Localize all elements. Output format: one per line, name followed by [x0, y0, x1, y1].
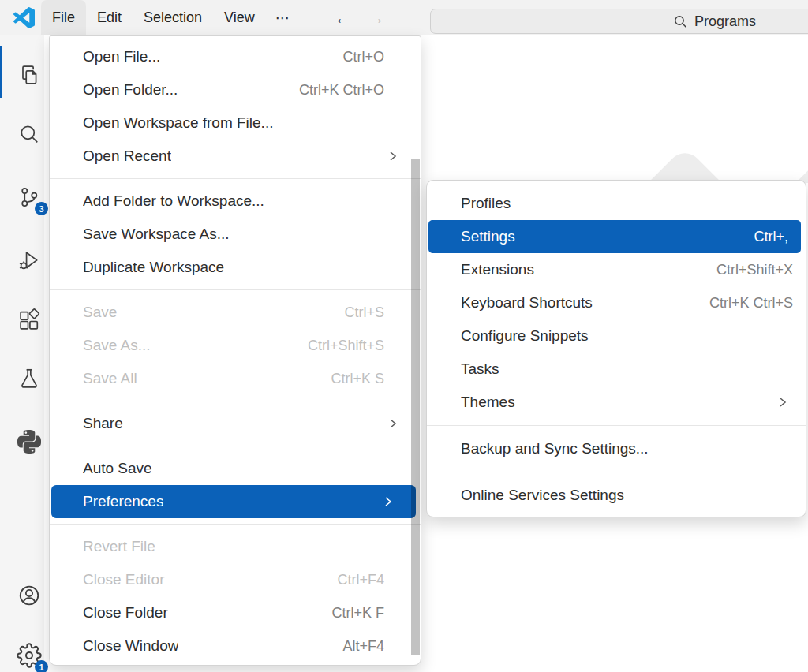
menu-separator	[427, 425, 806, 426]
menu-item-configure-snippets[interactable]: Configure Snippets	[427, 319, 806, 353]
activity-bar: 3	[0, 35, 44, 672]
navigate-back-icon[interactable]: ←	[327, 0, 360, 35]
menu-item-label: Save As...	[83, 337, 151, 354]
menu-item-label: Save Workspace As...	[83, 226, 230, 243]
menu-scrollbar[interactable]	[411, 159, 420, 655]
menu-item-label: Preferences	[83, 493, 163, 510]
menu-item-open-recent[interactable]: Open Recent	[50, 140, 421, 173]
activity-item-python[interactable]	[15, 427, 43, 456]
menu-item-label: Close Editor	[83, 571, 165, 588]
menu-separator	[427, 472, 806, 472]
chevron-right-icon	[777, 396, 788, 409]
menu-item-shortcut: Ctrl+Shift+S	[308, 338, 384, 354]
vscode-logo-icon	[13, 7, 35, 28]
menu-item-label: Open Folder...	[83, 81, 178, 99]
menu-file[interactable]: File	[41, 0, 86, 35]
search-text: Programs	[694, 13, 756, 30]
menu-edit[interactable]: Edit	[86, 0, 133, 35]
menu-item-shortcut: Ctrl+K Ctrl+O	[299, 82, 384, 99]
chevron-right-icon	[383, 495, 394, 508]
menu-item-label: Duplicate Workspace	[83, 259, 224, 276]
menu-item-shortcut: Ctrl+,	[754, 229, 788, 245]
menu-item-revert-file: Revert File	[50, 530, 421, 563]
menu-item-label: Open Recent	[83, 147, 171, 165]
activity-item-settings[interactable]: 1	[15, 641, 43, 670]
menu-item-close-folder[interactable]: Close Folder Ctrl+K F	[50, 596, 421, 629]
menu-item-label: Online Services Settings	[461, 487, 624, 504]
activity-item-testing[interactable]	[15, 364, 43, 393]
menu-item-add-folder-to-workspace[interactable]: Add Folder to Workspace...	[50, 185, 421, 218]
menu-item-auto-save[interactable]: Auto Save	[50, 452, 421, 485]
file-menu-dropdown: Open File... Ctrl+O Open Folder... Ctrl+…	[49, 35, 421, 666]
menu-item-label: Open Workspace from File...	[83, 114, 273, 132]
menu-separator	[50, 446, 421, 446]
menu-item-label: Open File...	[83, 48, 160, 65]
menu-item-close-window[interactable]: Close Window Alt+F4	[50, 629, 421, 663]
menu-item-save-as: Save As... Ctrl+Shift+S	[50, 329, 421, 362]
preferences-submenu: Profiles Settings Ctrl+, Extensions Ctrl…	[426, 180, 806, 517]
menu-item-backup-and-sync-settings[interactable]: Backup and Sync Settings...	[427, 432, 806, 465]
menu-item-label: Configure Snippets	[461, 327, 589, 345]
editor-watermark-image	[614, 118, 808, 183]
python-icon	[17, 430, 41, 454]
menu-item-label: Extensions	[461, 261, 534, 278]
menu-item-duplicate-workspace[interactable]: Duplicate Workspace	[50, 251, 421, 284]
activity-item-accounts[interactable]	[15, 581, 43, 610]
search-icon	[674, 15, 687, 28]
command-center-search[interactable]: Programs	[430, 9, 808, 34]
menu-item-preferences[interactable]: Preferences	[51, 485, 416, 518]
chevron-right-icon	[387, 417, 398, 430]
menu-item-save-workspace-as[interactable]: Save Workspace As...	[50, 218, 421, 251]
menu-separator	[50, 401, 421, 401]
menu-item-label: Backup and Sync Settings...	[461, 440, 649, 457]
menu-item-open-folder[interactable]: Open Folder... Ctrl+K Ctrl+O	[50, 73, 421, 106]
menu-separator	[50, 289, 421, 290]
menu-item-label: Auto Save	[83, 460, 152, 477]
menu-item-label: Revert File	[83, 538, 155, 555]
menu-item-save-all: Save All Ctrl+K S	[50, 362, 421, 395]
menu-item-online-services-settings[interactable]: Online Services Settings	[427, 479, 806, 512]
settings-badge: 1	[35, 660, 48, 672]
menu-item-label: Add Folder to Workspace...	[83, 192, 264, 210]
menu-item-settings[interactable]: Settings Ctrl+,	[428, 220, 801, 253]
menu-item-keyboard-shortcuts[interactable]: Keyboard Shortcuts Ctrl+K Ctrl+S	[427, 286, 806, 319]
menu-item-shortcut: Ctrl+K F	[331, 605, 384, 622]
menu-item-shortcut: Ctrl+K S	[331, 371, 384, 387]
chevron-right-icon	[387, 150, 398, 162]
menu-item-extensions[interactable]: Extensions Ctrl+Shift+X	[427, 253, 806, 286]
menu-item-open-file[interactable]: Open File... Ctrl+O	[50, 40, 421, 73]
menu-item-label: Close Folder	[83, 604, 168, 622]
menu-item-themes[interactable]: Themes	[427, 386, 806, 419]
menu-item-shortcut: Ctrl+Shift+X	[716, 262, 793, 278]
menu-item-shortcut: Alt+F4	[342, 638, 384, 655]
more-menus-icon[interactable]: ⋯	[266, 0, 300, 35]
activity-item-explorer[interactable]	[15, 61, 43, 89]
files-icon	[17, 62, 42, 88]
menubar: File Edit Selection View ⋯ ← →	[41, 0, 393, 35]
menu-selection[interactable]: Selection	[133, 0, 213, 35]
account-icon	[16, 582, 43, 609]
menu-item-label: Tasks	[461, 360, 499, 378]
menu-item-tasks[interactable]: Tasks	[427, 353, 806, 386]
activity-item-source-control[interactable]: 3	[15, 183, 43, 211]
run-and-debug-icon	[17, 248, 42, 273]
menu-item-label: Save	[83, 304, 117, 321]
menu-item-open-workspace-from-file[interactable]: Open Workspace from File...	[50, 106, 421, 140]
menu-view[interactable]: View	[213, 0, 266, 35]
mountain-shape	[756, 155, 808, 183]
menu-item-label: Close Window	[83, 637, 178, 655]
flask-icon	[17, 366, 42, 391]
activity-item-search[interactable]	[15, 120, 43, 148]
menu-item-label: Settings	[461, 228, 515, 245]
search-icon	[17, 121, 42, 147]
activity-item-extensions[interactable]	[15, 306, 43, 334]
menu-item-label: Keyboard Shortcuts	[461, 294, 593, 312]
menu-item-profiles[interactable]: Profiles	[427, 187, 806, 220]
menu-item-shortcut: Ctrl+F4	[337, 572, 384, 588]
source-control-badge: 3	[35, 202, 48, 215]
menu-item-share[interactable]: Share	[50, 407, 421, 440]
menu-item-label: Profiles	[461, 195, 511, 212]
menu-item-shortcut: Ctrl+K Ctrl+S	[709, 295, 793, 312]
menu-separator	[50, 524, 421, 525]
activity-item-run-and-debug[interactable]	[15, 246, 43, 274]
